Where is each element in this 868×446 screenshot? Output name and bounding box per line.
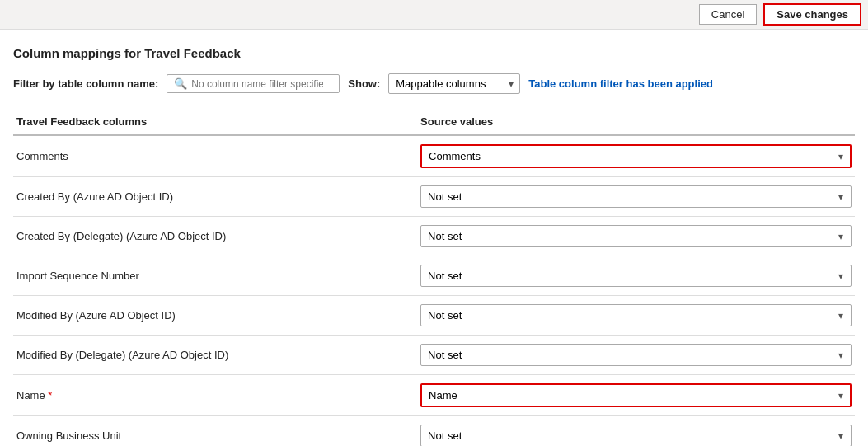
source-value-cell: Not setCommentsName	[417, 296, 855, 336]
source-select-wrap: Not setCommentsName	[420, 265, 852, 287]
column-name-cell: Created By (Delegate) (Azure AD Object I…	[13, 217, 417, 256]
source-select-owning-business-unit[interactable]: Not setCommentsName	[420, 425, 852, 446]
filter-input[interactable]	[191, 78, 323, 90]
source-select-wrap: CommentsNot setName	[420, 144, 852, 168]
source-select-wrap: Not setCommentsName	[420, 304, 852, 326]
source-select-modified-by[interactable]: Not setCommentsName	[420, 304, 852, 326]
source-value-cell: NameNot setComments	[417, 375, 855, 416]
toolbar: Cancel Save changes	[0, 0, 868, 30]
source-value-cell: Not setCommentsName	[417, 336, 855, 375]
source-select-wrap: Not setCommentsName	[420, 185, 852, 208]
filter-input-wrap: 🔍	[167, 74, 340, 93]
source-select-import-seq[interactable]: Not setCommentsName	[420, 265, 852, 287]
source-select-created-by[interactable]: Not setCommentsName	[420, 185, 852, 208]
source-value-cell: Not setCommentsName	[417, 177, 855, 217]
column-name-cell: Import Sequence Number	[13, 256, 417, 296]
source-select-wrap: Not setCommentsName	[420, 344, 852, 366]
page-title: Column mappings for Travel Feedback	[13, 46, 855, 60]
source-select-name[interactable]: NameNot setComments	[420, 383, 852, 407]
main-content: Column mappings for Travel Feedback Filt…	[0, 30, 868, 446]
source-select-comments[interactable]: CommentsNot setName	[420, 144, 852, 168]
show-select[interactable]: Mappable columns All columns Unmapped co…	[388, 73, 520, 94]
source-value-cell: Not setCommentsName	[417, 217, 855, 256]
column-name-cell: Owning Business Unit	[13, 416, 417, 447]
search-icon: 🔍	[174, 77, 187, 90]
source-select-wrap: Not setCommentsName	[420, 425, 852, 446]
column-name-cell: Name *	[13, 375, 417, 416]
required-indicator: *	[48, 389, 52, 401]
column-name-cell: Created By (Azure AD Object ID)	[13, 177, 417, 217]
col-header-source-values: Source values	[417, 109, 855, 135]
table-row: Created By (Delegate) (Azure AD Object I…	[13, 217, 855, 256]
source-value-cell: CommentsNot setName	[417, 135, 855, 177]
source-select-created-by-delegate[interactable]: Not setCommentsName	[420, 225, 852, 247]
column-name-cell: Comments	[13, 135, 417, 177]
table-row: Modified By (Delegate) (Azure AD Object …	[13, 336, 855, 375]
col-header-travel-feedback: Travel Feedback columns	[13, 109, 417, 135]
source-value-cell: Not setCommentsName	[417, 256, 855, 296]
filter-label: Filter by table column name:	[13, 77, 158, 90]
show-label: Show:	[348, 77, 380, 90]
table-row: Owning Business UnitNot setCommentsName	[13, 416, 855, 447]
table-row: Name *NameNot setComments	[13, 375, 855, 416]
column-name-cell: Modified By (Azure AD Object ID)	[13, 296, 417, 336]
cancel-button[interactable]: Cancel	[699, 4, 757, 25]
column-name-cell: Modified By (Delegate) (Azure AD Object …	[13, 336, 417, 375]
source-select-wrap: NameNot setComments	[420, 383, 852, 407]
show-select-wrap: Mappable columns All columns Unmapped co…	[388, 73, 520, 94]
mapping-table: Travel Feedback columns Source values Co…	[13, 109, 855, 446]
source-select-wrap: Not setCommentsName	[420, 225, 852, 247]
source-value-cell: Not setCommentsName	[417, 416, 855, 447]
filter-applied-text: Table column filter has been applied	[528, 77, 713, 90]
table-row: CommentsCommentsNot setName	[13, 135, 855, 177]
table-row: Created By (Azure AD Object ID)Not setCo…	[13, 177, 855, 217]
filter-row: Filter by table column name: 🔍 Show: Map…	[13, 73, 855, 94]
table-row: Modified By (Azure AD Object ID)Not setC…	[13, 296, 855, 336]
save-button[interactable]: Save changes	[763, 3, 861, 26]
table-row: Import Sequence NumberNot setCommentsNam…	[13, 256, 855, 296]
source-select-modified-by-delegate[interactable]: Not setCommentsName	[420, 344, 852, 366]
